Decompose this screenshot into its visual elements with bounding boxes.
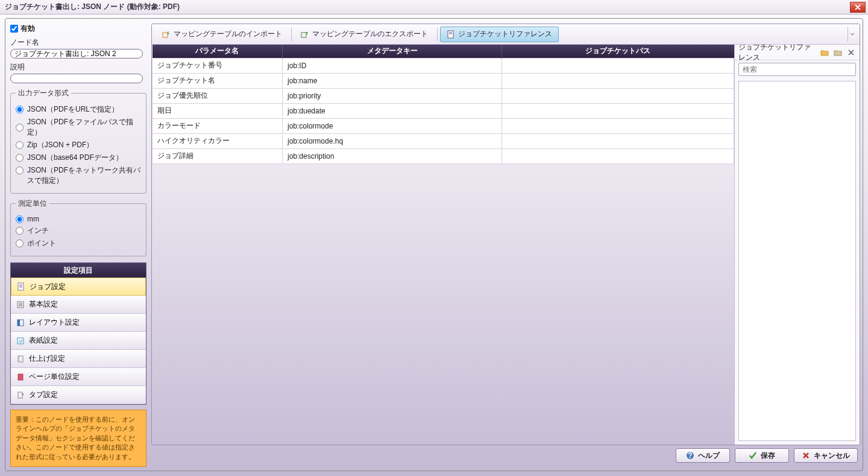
cell-path[interactable] [502, 58, 734, 73]
cancel-icon [802, 451, 810, 460]
document-icon [16, 282, 26, 291]
settings-item-page[interactable]: ページ単位設定 [11, 368, 146, 386]
unit-label-1: インチ [27, 226, 49, 236]
format-radio-2[interactable] [16, 141, 24, 149]
table-row[interactable]: ジョブ優先順位job:priority [153, 88, 734, 103]
cell-path[interactable] [502, 133, 734, 148]
cell-meta[interactable]: job:priority [283, 88, 502, 103]
settings-item-label: タブ設定 [29, 390, 58, 400]
cell-path[interactable] [502, 88, 734, 103]
cell-meta[interactable]: job:colormode [283, 118, 502, 133]
table-row[interactable]: ジョブチケット名job:name [153, 73, 734, 88]
format-radio-3[interactable] [16, 154, 24, 162]
format-radio-0[interactable] [16, 106, 24, 113]
cell-path[interactable] [502, 73, 734, 88]
window-title: ジョブチケット書出し: JSON ノード (動作対象: PDF) [5, 2, 180, 12]
node-name-input[interactable] [10, 49, 143, 59]
close-button[interactable] [850, 2, 866, 13]
col-header-meta[interactable]: メタデータキー [283, 45, 502, 58]
table-row[interactable]: カラーモードjob:colormode [153, 118, 734, 133]
settings-item-label: 基本設定 [29, 299, 58, 309]
export-mapping-button[interactable]: マッピングテーブルのエクスポート [294, 27, 435, 42]
cell-path[interactable] [502, 103, 734, 118]
page-icon [16, 372, 25, 382]
save-button[interactable]: 保存 [735, 448, 789, 463]
reference-tree[interactable] [738, 81, 856, 441]
settings-header: 設定項目 [11, 263, 146, 278]
enabled-label: 有効 [20, 24, 35, 34]
cell-param[interactable]: カラーモード [153, 118, 283, 133]
panel-close-icon[interactable] [846, 48, 856, 57]
reference-search-input[interactable] [738, 63, 856, 76]
table-row[interactable]: ハイクオリティカラーjob:colormode.hq [153, 133, 734, 148]
settings-item-finishing[interactable]: 仕上げ設定 [11, 350, 146, 368]
help-button[interactable]: ? ヘルプ [676, 448, 730, 463]
settings-list[interactable]: ジョブ設定 基本設定 レイアウト設定 表紙設定 仕上げ設定 [11, 278, 146, 404]
table-row[interactable]: ジョブ詳細job:description [153, 148, 734, 163]
svg-rect-10 [22, 393, 24, 395]
unit-radio-1[interactable] [16, 227, 24, 235]
cell-param[interactable]: 期日 [153, 103, 283, 118]
enabled-checkbox[interactable] [10, 25, 18, 33]
svg-point-7 [19, 360, 20, 361]
format-label-3: JSON（base64 PDFデータ） [27, 153, 123, 163]
svg-text:?: ? [688, 451, 692, 460]
settings-panel: 設定項目 ジョブ設定 基本設定 レイアウト設定 表紙設定 [10, 262, 146, 405]
unit-fieldset: 測定単位 mm インチ ポイント [10, 198, 146, 256]
layout-icon [16, 318, 25, 328]
cell-meta[interactable]: job:ID [283, 58, 502, 73]
svg-rect-9 [18, 392, 22, 398]
settings-item-cover[interactable]: 表紙設定 [11, 332, 146, 350]
cell-path[interactable] [502, 148, 734, 163]
cell-meta[interactable]: job:description [283, 148, 502, 163]
unit-radio-0[interactable] [16, 215, 24, 223]
svg-rect-11 [163, 33, 168, 37]
description-label: 説明 [10, 62, 146, 72]
cell-param[interactable]: ジョブ詳細 [153, 148, 283, 163]
toolbar-dropdown[interactable] [848, 27, 856, 42]
settings-item-basic[interactable]: 基本設定 [11, 296, 146, 314]
unit-label-2: ポイント [27, 238, 56, 249]
folder-open-icon[interactable] [820, 48, 829, 57]
settings-item-label: 仕上げ設定 [29, 354, 65, 364]
cell-meta[interactable]: job:duedate [283, 103, 502, 118]
col-header-path[interactable]: ジョブチケットパス [502, 45, 734, 58]
settings-item-label: ページ単位設定 [29, 372, 80, 382]
cell-param[interactable]: ジョブチケット名 [153, 73, 283, 88]
cell-param[interactable]: ジョブチケット番号 [153, 58, 283, 73]
format-label-4: JSON（PDFをネットワーク共有パスで指定） [27, 165, 141, 186]
cancel-button[interactable]: キャンセル [794, 448, 858, 463]
settings-item-label: レイアウト設定 [29, 317, 80, 328]
settings-item-layout[interactable]: レイアウト設定 [11, 314, 146, 332]
format-label-0: JSON（PDFをURLで指定） [27, 104, 119, 115]
reference-icon [447, 30, 455, 39]
output-format-fieldset: 出力データ形式 JSON（PDFをURLで指定） JSON（PDFをファイルパス… [10, 88, 146, 194]
cell-param[interactable]: ハイクオリティカラー [153, 133, 283, 148]
cell-meta[interactable]: job:name [283, 73, 502, 88]
titlebar: ジョブチケット書出し: JSON ノード (動作対象: PDF) [0, 0, 868, 14]
export-label: マッピングテーブルのエクスポート [312, 29, 428, 39]
finishing-icon [16, 354, 25, 364]
cell-param[interactable]: ジョブ優先順位 [153, 88, 283, 103]
description-input[interactable] [10, 74, 143, 83]
table-row[interactable]: 期日job:duedate [153, 103, 734, 118]
reference-button[interactable]: ジョブチケットリファレンス [440, 27, 559, 42]
table-area[interactable]: パラメータ名 メタデータキー ジョブチケットパス ジョブチケット番号job:ID… [152, 45, 734, 445]
table-row[interactable]: ジョブチケット番号job:ID [153, 58, 734, 73]
format-radio-1[interactable] [16, 124, 24, 132]
settings-item-tab[interactable]: タブ設定 [11, 386, 146, 404]
cell-meta[interactable]: job:colormode.hq [283, 133, 502, 148]
main: マッピングテーブルのインポート マッピングテーブルのエクスポート ジョブチケット… [149, 19, 863, 471]
folder-collapse-icon[interactable] [833, 48, 843, 57]
unit-label-0: mm [27, 215, 39, 223]
col-header-param[interactable]: パラメータ名 [153, 45, 283, 58]
format-label-2: Zip（JSON + PDF） [27, 140, 93, 150]
settings-item-job[interactable]: ジョブ設定 [11, 278, 146, 296]
unit-radio-2[interactable] [16, 240, 24, 247]
cell-path[interactable] [502, 118, 734, 133]
format-radio-4[interactable] [16, 167, 24, 174]
sidebar: 有効 ノード名 説明 出力データ形式 JSON（PDFをURLで指定） JSON… [5, 19, 149, 471]
reference-label: ジョブチケットリファレンス [458, 29, 552, 39]
toolbar: マッピングテーブルのインポート マッピングテーブルのエクスポート ジョブチケット… [152, 24, 860, 45]
import-mapping-button[interactable]: マッピングテーブルのインポート [156, 27, 289, 42]
